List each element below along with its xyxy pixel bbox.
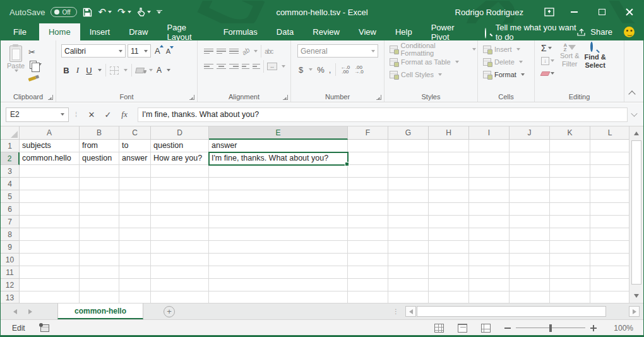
conditional-formatting-button[interactable]: Conditional Formatting — [390, 44, 476, 54]
cell-H10[interactable] — [429, 254, 469, 266]
zoom-slider[interactable] — [516, 328, 585, 329]
copy-button[interactable] — [28, 59, 42, 70]
cell-H7[interactable] — [429, 216, 469, 228]
insert-cells-button[interactable]: Insert — [483, 44, 533, 54]
find-select-button[interactable]: Find & Select — [582, 43, 609, 92]
italic-button[interactable]: I — [74, 65, 81, 75]
share-button[interactable]: Share — [576, 23, 635, 40]
alignment-dialog-launcher[interactable] — [283, 95, 288, 100]
cell-G13[interactable] — [388, 291, 429, 303]
next-sheet-button[interactable] — [28, 309, 32, 314]
row-header-1[interactable]: 1 — [1, 140, 20, 152]
cell-E13[interactable] — [209, 291, 348, 303]
cell-I13[interactable] — [469, 291, 510, 303]
new-sheet-button[interactable]: + — [164, 306, 175, 317]
chevron-down-icon[interactable] — [149, 69, 153, 71]
sheet-tab-common-hello[interactable]: common-hello — [57, 303, 143, 319]
formula-input[interactable]: I'm fine, thanks. What about you? — [138, 107, 628, 122]
cell-B7[interactable] — [80, 216, 119, 228]
cell-L7[interactable] — [590, 216, 630, 228]
scroll-left-button[interactable] — [405, 306, 416, 317]
cell-F1[interactable] — [348, 140, 388, 152]
chevron-down-icon[interactable] — [548, 47, 552, 49]
cell-B9[interactable] — [80, 241, 119, 254]
cell-G5[interactable] — [388, 190, 429, 203]
cell-E3[interactable] — [209, 165, 348, 178]
chevron-down-icon[interactable] — [147, 11, 151, 13]
cell-I8[interactable] — [469, 228, 510, 241]
row-header-6[interactable]: 6 — [1, 203, 20, 216]
cell-K11[interactable] — [550, 266, 590, 279]
comma-style-button[interactable]: , — [329, 65, 331, 75]
cell-B3[interactable] — [80, 165, 119, 178]
column-header-E[interactable]: E — [209, 126, 348, 140]
sort-filter-button[interactable]: AZ Sort & Filter — [558, 43, 582, 92]
cell-D10[interactable] — [151, 254, 209, 266]
cell-L6[interactable] — [590, 203, 630, 216]
cell-K8[interactable] — [550, 228, 590, 241]
zoom-in-button[interactable] — [590, 325, 597, 331]
cell-E1[interactable]: answer — [209, 140, 348, 152]
cell-L1[interactable] — [590, 140, 630, 152]
tab-insert[interactable]: Insert — [80, 23, 120, 40]
horizontal-scroll-thumb[interactable] — [417, 306, 606, 317]
cell-K13[interactable] — [550, 291, 590, 303]
tab-formulas[interactable]: Formulas — [214, 23, 267, 40]
chevron-down-icon[interactable] — [108, 11, 112, 13]
row-header-9[interactable]: 9 — [1, 241, 20, 254]
increase-font-size-button[interactable]: A — [153, 46, 162, 56]
cell-J8[interactable] — [510, 228, 550, 241]
cell-F4[interactable] — [348, 178, 388, 190]
cell-I4[interactable] — [469, 178, 510, 190]
cell-E10[interactable] — [209, 254, 348, 266]
chevron-down-icon[interactable] — [98, 69, 102, 71]
cell-D2[interactable]: How are you? — [151, 152, 209, 165]
cell-H11[interactable] — [429, 266, 469, 279]
decrease-font-size-button[interactable]: A — [164, 47, 172, 55]
cell-K10[interactable] — [550, 254, 590, 266]
cell-C5[interactable] — [119, 190, 151, 203]
cell-B8[interactable] — [80, 228, 119, 241]
cell-L9[interactable] — [590, 241, 630, 254]
cell-J12[interactable] — [510, 279, 550, 291]
cell-J5[interactable] — [510, 190, 550, 203]
underline-button[interactable]: U — [85, 66, 93, 75]
clipboard-dialog-launcher[interactable] — [48, 95, 53, 100]
decrease-indent-button[interactable] — [242, 64, 249, 70]
cell-D12[interactable] — [151, 279, 209, 291]
cell-D3[interactable] — [151, 165, 209, 178]
row-header-11[interactable]: 11 — [1, 266, 20, 279]
column-header-B[interactable]: B — [80, 126, 119, 140]
scroll-up-button[interactable] — [631, 128, 641, 138]
delete-cells-button[interactable]: Delete — [483, 56, 533, 67]
cell-K4[interactable] — [550, 178, 590, 190]
format-cells-button[interactable]: Format — [483, 69, 533, 80]
tab-file[interactable]: File — [1, 23, 39, 40]
cell-I12[interactable] — [469, 279, 510, 291]
autosave-toggle[interactable]: Off — [51, 7, 77, 17]
cell-I7[interactable] — [469, 216, 510, 228]
cell-D13[interactable] — [151, 291, 209, 303]
chevron-down-icon[interactable] — [309, 68, 313, 71]
horizontal-scrollbar[interactable] — [405, 306, 640, 317]
cell-H13[interactable] — [429, 291, 469, 303]
cell-A3[interactable] — [20, 165, 80, 178]
middle-align-button[interactable] — [217, 49, 226, 54]
cell-C8[interactable] — [119, 228, 151, 241]
cell-G4[interactable] — [388, 178, 429, 190]
cancel-button[interactable]: ✕ — [83, 110, 100, 119]
cell-C7[interactable] — [119, 216, 151, 228]
cell-G6[interactable] — [388, 203, 429, 216]
close-button[interactable] — [616, 1, 643, 23]
cell-J10[interactable] — [510, 254, 550, 266]
tab-data[interactable]: Data — [267, 23, 303, 40]
cell-L10[interactable] — [590, 254, 630, 266]
redo-button[interactable]: ↷ — [117, 1, 131, 23]
number-dialog-launcher[interactable] — [376, 95, 381, 100]
merge-center-button[interactable]: ↔ — [267, 63, 277, 70]
column-header-I[interactable]: I — [469, 126, 510, 140]
cell-I11[interactable] — [469, 266, 510, 279]
cell-D4[interactable] — [151, 178, 209, 190]
minimize-button[interactable] — [560, 1, 588, 23]
cell-F12[interactable] — [348, 279, 388, 291]
